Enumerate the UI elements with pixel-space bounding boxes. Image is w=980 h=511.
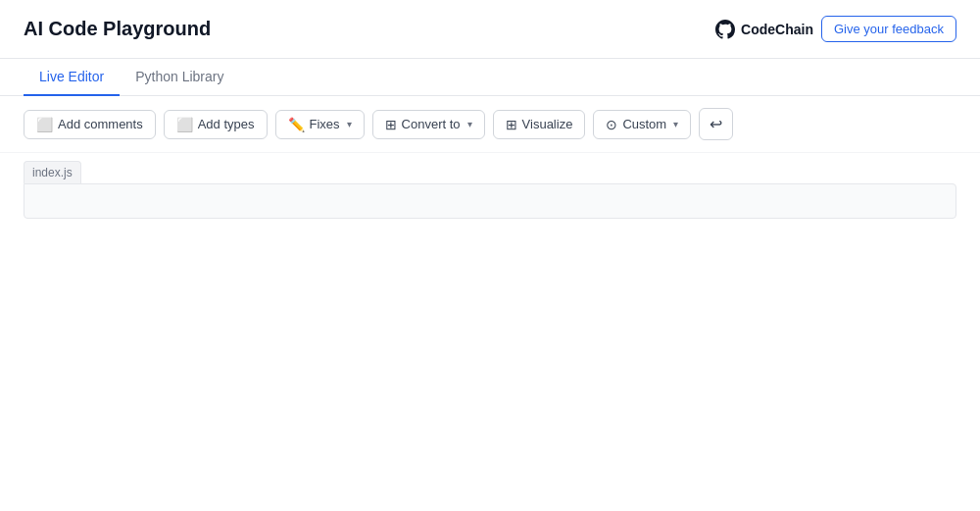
custom-icon: ⊙ (606, 117, 617, 132)
tab-live-editor[interactable]: Live Editor (24, 59, 120, 96)
app-title: AI Code Playground (24, 18, 211, 40)
undo-button[interactable]: ↩ (699, 108, 733, 140)
add-comments-icon: ⬜ (36, 117, 53, 132)
visualize-button[interactable]: ⊞ Visualize (493, 110, 586, 139)
add-types-button[interactable]: ⬜ Add types (164, 110, 268, 139)
header-right: CodeChain Give your feedback (715, 16, 956, 42)
feedback-button[interactable]: Give your feedback (821, 16, 956, 42)
tabs-row: Live Editor Python Library (0, 59, 980, 96)
custom-button[interactable]: ⊙ Custom ▾ (593, 110, 691, 139)
undo-icon: ↩ (710, 115, 722, 133)
brand-name: CodeChain (741, 22, 813, 37)
convert-to-button[interactable]: ⊞ Convert to ▾ (372, 110, 485, 139)
github-icon (715, 20, 735, 39)
header-left: AI Code Playground (24, 18, 211, 40)
file-tab[interactable]: index.js (24, 161, 81, 183)
editor-box[interactable] (24, 183, 956, 219)
visualize-icon: ⊞ (506, 117, 517, 132)
tab-python-library[interactable]: Python Library (120, 59, 239, 96)
custom-chevron: ▾ (673, 119, 678, 129)
fixes-chevron: ▾ (347, 119, 352, 129)
add-comments-button[interactable]: ⬜ Add comments (24, 110, 156, 139)
header: AI Code Playground CodeChain Give your f… (0, 0, 980, 59)
add-types-icon: ⬜ (176, 117, 193, 132)
fixes-icon: ✏️ (288, 117, 305, 132)
toolbar: ⬜ Add comments ⬜ Add types ✏️ Fixes ▾ ⊞ … (0, 96, 980, 153)
convert-to-icon: ⊞ (385, 117, 397, 132)
brand-logo: CodeChain (715, 20, 813, 39)
editor-area: index.js (0, 153, 980, 219)
fixes-button[interactable]: ✏️ Fixes ▾ (275, 110, 365, 139)
convert-to-chevron: ▾ (467, 119, 472, 129)
